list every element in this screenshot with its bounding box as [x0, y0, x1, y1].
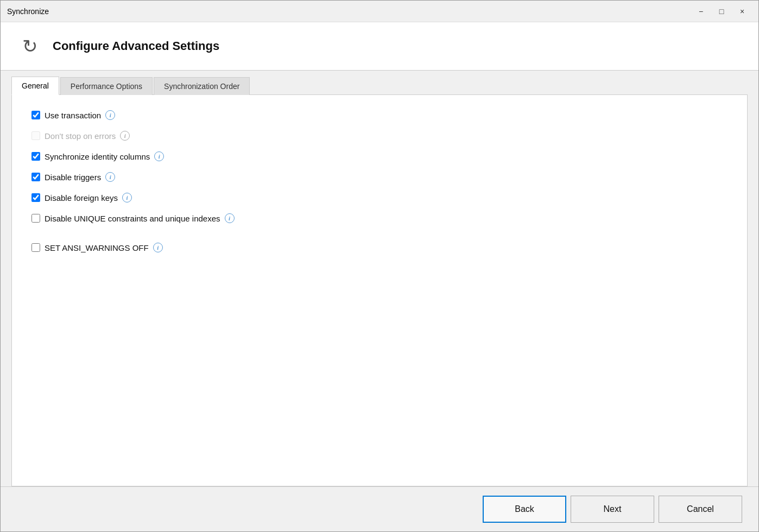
- footer: Back Next Cancel: [1, 486, 758, 531]
- checkbox-disable-foreign-keys[interactable]: [31, 193, 40, 202]
- checkbox-disable-triggers[interactable]: [31, 173, 40, 181]
- option-dont-stop-on-errors: Don't stop on errors i: [31, 131, 728, 141]
- dialog-title: Configure Advanced Settings: [53, 39, 219, 53]
- tab-performance-options[interactable]: Performance Options: [60, 77, 153, 95]
- dialog-header: ↻ Configure Advanced Settings: [1, 22, 758, 71]
- checkbox-use-transaction[interactable]: [31, 111, 40, 119]
- checkbox-disable-unique-constraints[interactable]: [31, 214, 40, 223]
- option-disable-foreign-keys: Disable foreign keys i: [31, 193, 728, 202]
- cancel-button[interactable]: Cancel: [659, 496, 742, 523]
- label-set-ansi-warnings-off[interactable]: SET ANSI_WARNINGS OFF: [45, 243, 149, 252]
- tab-general[interactable]: General: [11, 77, 59, 95]
- info-icon-dont-stop-on-errors[interactable]: i: [120, 131, 130, 141]
- option-disable-triggers: Disable triggers i: [31, 172, 728, 182]
- maximize-button[interactable]: □: [712, 4, 731, 19]
- sync-icon: ↻: [17, 33, 43, 59]
- info-icon-use-transaction[interactable]: i: [105, 110, 115, 120]
- next-button[interactable]: Next: [571, 496, 654, 523]
- tab-bar: General Performance Options Synchronizat…: [11, 71, 748, 95]
- tab-content-general: Use transaction i Don't stop on errors i…: [11, 95, 748, 486]
- tab-synchronization-order[interactable]: Synchronization Order: [154, 77, 250, 95]
- label-disable-foreign-keys[interactable]: Disable foreign keys: [45, 193, 118, 202]
- back-button[interactable]: Back: [483, 496, 566, 523]
- checkbox-set-ansi-warnings-off[interactable]: [31, 243, 40, 252]
- label-sync-identity-columns[interactable]: Synchronize identity columns: [45, 152, 150, 161]
- label-dont-stop-on-errors[interactable]: Don't stop on errors: [45, 131, 116, 141]
- option-disable-unique-constraints: Disable UNIQUE constraints and unique in…: [31, 213, 728, 223]
- checkbox-sync-identity-columns[interactable]: [31, 152, 40, 161]
- label-disable-unique-constraints[interactable]: Disable UNIQUE constraints and unique in…: [45, 214, 220, 223]
- content-area: General Performance Options Synchronizat…: [1, 71, 758, 486]
- info-icon-set-ansi-warnings-off[interactable]: i: [153, 243, 163, 252]
- info-icon-disable-foreign-keys[interactable]: i: [122, 193, 132, 202]
- info-icon-sync-identity-columns[interactable]: i: [154, 151, 164, 161]
- checkbox-dont-stop-on-errors[interactable]: [31, 131, 40, 140]
- option-set-ansi-warnings-off: SET ANSI_WARNINGS OFF i: [31, 243, 728, 252]
- info-icon-disable-unique-constraints[interactable]: i: [225, 213, 235, 223]
- minimize-button[interactable]: −: [691, 4, 711, 19]
- main-window: Synchronize − □ × ↻ Configure Advanced S…: [0, 0, 759, 532]
- info-icon-disable-triggers[interactable]: i: [105, 172, 115, 182]
- close-button[interactable]: ×: [732, 4, 752, 19]
- label-disable-triggers[interactable]: Disable triggers: [45, 173, 101, 182]
- window-controls: − □ ×: [691, 4, 752, 19]
- window-title: Synchronize: [7, 7, 691, 16]
- label-use-transaction[interactable]: Use transaction: [45, 111, 101, 120]
- titlebar: Synchronize − □ ×: [1, 1, 758, 22]
- option-sync-identity-columns: Synchronize identity columns i: [31, 151, 728, 161]
- option-use-transaction: Use transaction i: [31, 110, 728, 120]
